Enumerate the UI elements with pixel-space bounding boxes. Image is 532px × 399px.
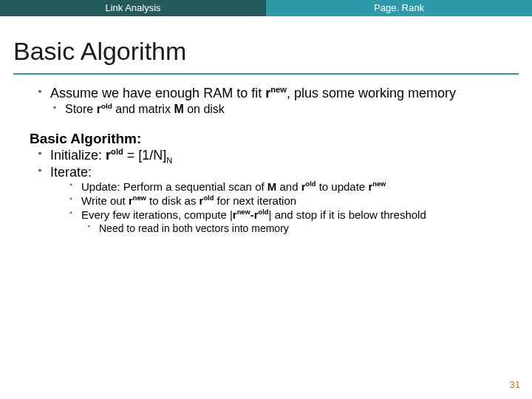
bullet-initialize: Initialize: rold = [1/N]N [30, 147, 502, 164]
text: and matrix [112, 103, 174, 115]
slide-title: Basic Algorithm [13, 37, 519, 66]
text: to disk as [146, 194, 200, 207]
text: = [1/N] [123, 148, 167, 163]
text: new [237, 208, 250, 216]
bullet-icon [30, 194, 81, 208]
text: Write out [81, 194, 129, 207]
text: old [203, 194, 214, 202]
text: M [267, 180, 277, 193]
text: r [106, 148, 111, 163]
text: Assume we have enough RAM to fit [50, 86, 265, 100]
header-tabs: Link Analysis Page. Rank [0, 0, 532, 16]
bullet-icon [30, 164, 50, 181]
text: and [276, 180, 301, 193]
bullet-iterate: Iterate: [30, 164, 502, 181]
text: M [174, 103, 183, 115]
bullet-need: Need to read in both vectors into memory [30, 222, 502, 236]
text: old [101, 101, 112, 109]
algo-heading: Basic Algorithm: [30, 130, 502, 148]
bullet-icon [30, 222, 99, 236]
text: | and stop if it is below threshold [269, 208, 426, 221]
text: to update [316, 180, 368, 193]
text: new [270, 85, 287, 94]
text: new [372, 180, 386, 188]
text: new [133, 194, 146, 202]
slide-content: Assume we have enough RAM to fit rnew, p… [0, 75, 532, 235]
text: old [111, 147, 123, 156]
slide-title-wrap: Basic Algorithm [0, 16, 532, 70]
bullet-store: Store rold and matrix M on disk [30, 102, 502, 117]
bullet-update: Update: Perform a sequential scan of M a… [30, 180, 502, 194]
text: Store [65, 103, 97, 115]
text: Initialize: [50, 148, 106, 163]
bullet-icon [30, 85, 50, 102]
bullet-assume: Assume we have enough RAM to fit rnew, p… [30, 85, 502, 102]
text: Need to read in both vectors into memory [99, 222, 502, 236]
text: for next iteration [214, 194, 296, 207]
bullet-icon [30, 208, 81, 222]
bullet-icon [30, 147, 50, 164]
text: , plus some working memory [287, 86, 456, 100]
tab-link-analysis: Link Analysis [0, 0, 266, 16]
text: old [259, 208, 269, 216]
text: Every few iterations, compute | [81, 208, 233, 221]
text: old [306, 180, 316, 188]
bullet-write: Write out rnew to disk as rold for next … [30, 194, 502, 208]
page-number: 31 [510, 379, 520, 390]
bullet-icon [30, 180, 81, 194]
text: on disk [184, 103, 225, 115]
bullet-check: Every few iterations, compute |rnew-rold… [30, 208, 502, 222]
bullet-icon [30, 102, 65, 117]
text: Update: Perform a sequential scan of [81, 180, 267, 193]
text: Iterate: [50, 164, 502, 181]
tab-page-rank: Page. Rank [266, 0, 532, 16]
